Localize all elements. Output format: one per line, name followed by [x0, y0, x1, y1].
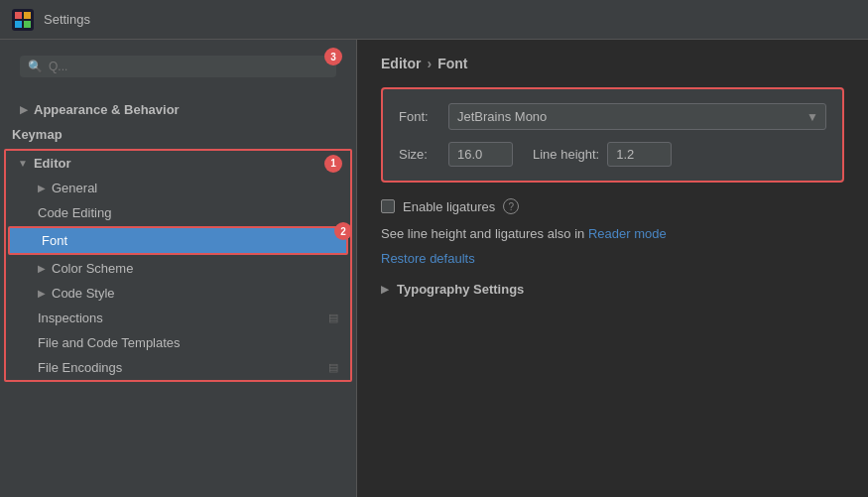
breadcrumb-current: Font — [437, 56, 467, 71]
badge-3: 3 — [324, 48, 342, 65]
file-encodings-icon: ▤ — [328, 361, 338, 374]
sidebar-item-inspections[interactable]: Inspections ▤ — [6, 306, 350, 330]
sidebar-item-label: File and Code Templates — [38, 335, 181, 350]
main-layout: 🔍 3 Appearance & Behavior Keymap ▼ Edito… — [0, 40, 868, 497]
font-item-border: Font 2 — [8, 226, 348, 255]
sidebar-item-code-editing[interactable]: Code Editing — [6, 200, 350, 225]
ligatures-label: Enable ligatures — [403, 199, 495, 214]
breadcrumb: Editor › Font — [381, 56, 844, 71]
badge-1: 1 — [324, 155, 342, 173]
typography-section[interactable]: ▶ Typography Settings — [381, 282, 844, 297]
sidebar: 🔍 3 Appearance & Behavior Keymap ▼ Edito… — [0, 40, 357, 497]
svg-rect-1 — [15, 12, 22, 19]
line-height-input[interactable] — [607, 142, 672, 167]
search-icon: 🔍 — [28, 60, 43, 73]
reader-mode-description: See line height and ligatures also in — [381, 226, 584, 241]
sidebar-item-code-style[interactable]: ▶ Code Style — [6, 281, 350, 306]
sidebar-item-label: Inspections — [38, 311, 103, 325]
search-container: 🔍 3 — [10, 48, 346, 85]
sidebar-item-label: Code Editing — [38, 205, 111, 220]
sidebar-item-label: Appearance & Behavior — [34, 102, 180, 117]
sidebar-item-label: File Encodings — [38, 360, 122, 375]
reader-mode-link[interactable]: Reader mode — [588, 226, 667, 241]
help-icon[interactable]: ? — [503, 198, 519, 214]
sidebar-item-appearance[interactable]: Appearance & Behavior — [0, 97, 356, 122]
font-settings-card: Font: JetBrains Mono Consolas Courier Ne… — [381, 87, 844, 183]
sidebar-item-label: Code Style — [52, 286, 115, 301]
search-input[interactable] — [49, 60, 328, 73]
title-bar: Settings — [0, 0, 868, 40]
reader-mode-text: See line height and ligatures also in Re… — [381, 226, 844, 241]
sidebar-item-label: Font — [42, 233, 67, 248]
sidebar-item-file-templates[interactable]: File and Code Templates — [6, 330, 350, 355]
content-area: Editor › Font Font: JetBrains Mono Conso… — [357, 40, 868, 497]
svg-rect-2 — [24, 12, 31, 19]
typography-chevron-icon: ▶ — [381, 284, 389, 295]
breadcrumb-parent: Editor — [381, 56, 421, 71]
size-field-label: Size: — [399, 147, 448, 162]
ligatures-checkbox[interactable] — [381, 199, 395, 213]
nav-list: Appearance & Behavior Keymap ▼ Editor 1 … — [0, 93, 356, 497]
sidebar-item-keymap[interactable]: Keymap — [0, 122, 356, 147]
inspections-icon: ▤ — [328, 311, 338, 324]
size-row: Size: Line height: — [399, 142, 826, 167]
window-title: Settings — [44, 12, 90, 27]
font-select[interactable]: JetBrains Mono Consolas Courier New Fira… — [448, 103, 826, 130]
sidebar-item-label: General — [52, 181, 97, 195]
app-logo — [12, 9, 34, 31]
sidebar-item-label: Keymap — [12, 127, 62, 142]
breadcrumb-separator: › — [427, 56, 432, 71]
sidebar-item-font[interactable]: Font — [10, 228, 346, 253]
sidebar-item-file-encodings[interactable]: File Encodings ▤ — [6, 355, 350, 380]
search-bar[interactable]: 🔍 — [20, 56, 336, 77]
chevron-down-icon: ▼ — [18, 158, 28, 169]
sidebar-item-label: Color Scheme — [52, 261, 133, 276]
sidebar-item-color-scheme[interactable]: ▶ Color Scheme — [6, 256, 350, 281]
badge-2: 2 — [334, 222, 352, 240]
sidebar-item-general[interactable]: ▶ General — [6, 176, 350, 200]
size-input[interactable] — [448, 142, 513, 167]
font-field-label: Font: — [399, 109, 448, 124]
sidebar-item-editor-label: Editor — [34, 156, 71, 171]
font-select-wrapper: JetBrains Mono Consolas Courier New Fira… — [448, 103, 826, 130]
font-row: Font: JetBrains Mono Consolas Courier Ne… — [399, 103, 826, 130]
ligatures-row: Enable ligatures ? — [381, 198, 844, 214]
editor-section: ▼ Editor 1 ▶ General Code Editing Font — [4, 149, 352, 382]
restore-defaults-link[interactable]: Restore defaults — [381, 251, 475, 266]
chevron-icon — [20, 104, 28, 115]
typography-label: Typography Settings — [397, 282, 524, 297]
svg-rect-3 — [15, 21, 22, 28]
line-height-label: Line height: — [533, 147, 599, 162]
svg-rect-4 — [24, 21, 31, 28]
sidebar-item-editor[interactable]: ▼ Editor 1 — [6, 151, 350, 176]
